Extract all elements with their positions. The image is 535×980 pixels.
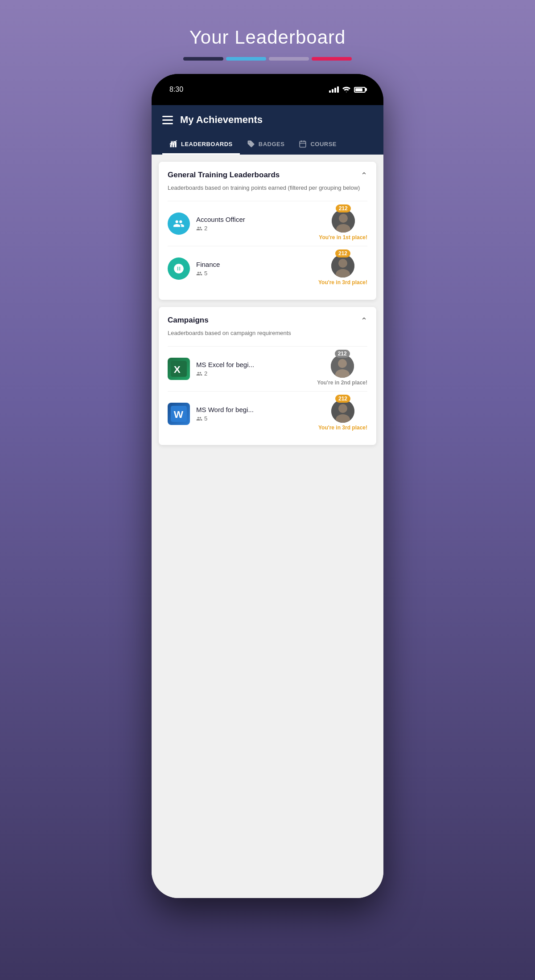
content-area: General Training Leaderboards ⌃ Leaderbo… (152, 155, 383, 898)
svg-text:W: W (174, 409, 184, 420)
status-icons (329, 86, 366, 94)
hamburger-line (162, 119, 173, 121)
accounts-officer-name: Accounts Officer (196, 216, 245, 223)
accounts-officer-count: 2 (196, 225, 245, 232)
campaigns-card: Campaigns ⌃ Leaderboards based on campai… (159, 307, 376, 445)
campaigns-title: Campaigns (168, 316, 209, 325)
finance-icon (168, 257, 190, 280)
accounts-officer-rank-label: You're in 1st place! (319, 234, 367, 241)
svg-rect-0 (170, 145, 172, 147)
avatar-face (331, 400, 354, 423)
tab-leaderboards-label: LEADERBOARDS (181, 141, 233, 147)
signal-icon (329, 86, 339, 93)
general-training-description: Leaderboards based on training points ea… (168, 184, 367, 192)
word-icon: W (168, 403, 190, 425)
tab-badges[interactable]: BADGES (240, 135, 292, 155)
svg-rect-2 (175, 142, 177, 147)
page-title: Your Leaderboard (183, 27, 352, 48)
svg-text:X: X (174, 364, 181, 375)
phone-notch (234, 74, 301, 87)
finance-name: Finance (196, 261, 220, 268)
tab-course[interactable]: COURSE (292, 135, 344, 155)
color-bar-3 (269, 57, 309, 61)
word-rank-label: You're in 3rd place! (318, 425, 367, 431)
list-item[interactable]: Finance 5 212 (168, 246, 367, 291)
list-item[interactable]: Accounts Officer 2 212 (168, 201, 367, 246)
color-bars (183, 57, 352, 61)
campaigns-description: Leaderboards based on campaign requireme… (168, 329, 367, 337)
general-training-card: General Training Leaderboards ⌃ Leaderbo… (159, 162, 376, 300)
phone-frame: 8:30 (152, 74, 383, 898)
svg-point-23 (338, 404, 347, 413)
word-name: MS Word for begi... (196, 406, 254, 413)
hamburger-line (162, 116, 173, 117)
svg-rect-1 (173, 143, 174, 147)
wifi-icon (342, 86, 350, 94)
tab-bar: LEADERBOARDS BADGES COURSE (162, 135, 373, 155)
app-header: My Achievements LEADERBOARDS (152, 105, 383, 155)
excel-count: 2 (196, 370, 254, 377)
word-count: 5 (196, 415, 254, 422)
calendar-icon (299, 140, 307, 148)
chevron-up-icon[interactable]: ⌃ (361, 171, 367, 180)
hamburger-line (162, 123, 173, 124)
svg-point-13 (338, 259, 347, 268)
tab-leaderboards[interactable]: LEADERBOARDS (162, 135, 240, 155)
tab-course-label: COURSE (310, 141, 337, 147)
excel-score: 212 (335, 350, 350, 358)
phone-screen: My Achievements LEADERBOARDS (152, 105, 383, 898)
excel-icon: X (168, 358, 190, 380)
tag-icon (247, 140, 255, 148)
excel-rank: 212 You're in 2nd place! (317, 352, 367, 386)
color-bar-1 (183, 57, 223, 61)
accounts-officer-score: 212 (336, 204, 351, 212)
accounts-officer-rank: 212 You're in 1st place! (319, 207, 367, 241)
tab-badges-label: BADGES (259, 141, 285, 147)
avatar-face (332, 209, 355, 233)
excel-name: MS Excel for begi... (196, 361, 254, 368)
list-item[interactable]: X MS Excel for begi... 2 (168, 346, 367, 391)
excel-rank-label: You're in 2nd place! (317, 380, 367, 386)
word-score: 212 (335, 395, 350, 403)
svg-point-9 (339, 214, 348, 223)
avatar-face (331, 254, 354, 278)
chart-icon (169, 140, 177, 148)
color-bar-4 (312, 57, 352, 61)
finance-rank: 212 You're in 3rd place! (318, 252, 367, 286)
app-title: My Achievements (180, 114, 263, 126)
status-time: 8:30 (169, 86, 183, 94)
general-training-title: General Training Leaderboards (168, 171, 280, 180)
accounts-officer-icon (168, 212, 190, 235)
svg-rect-4 (300, 141, 306, 147)
color-bar-2 (226, 57, 266, 61)
page-header: Your Leaderboard (183, 0, 352, 61)
chevron-up-icon[interactable]: ⌃ (361, 316, 367, 326)
word-rank: 212 You're in 3rd place! (318, 397, 367, 431)
finance-count: 5 (196, 270, 220, 277)
list-item[interactable]: W MS Word for begi... 5 (168, 391, 367, 436)
battery-icon (354, 87, 366, 93)
avatar-face (331, 355, 354, 378)
finance-score: 212 (335, 249, 350, 257)
finance-rank-label: You're in 3rd place! (318, 279, 367, 286)
hamburger-menu-button[interactable] (162, 116, 173, 124)
svg-point-18 (338, 359, 347, 368)
status-bar: 8:30 (152, 74, 383, 105)
